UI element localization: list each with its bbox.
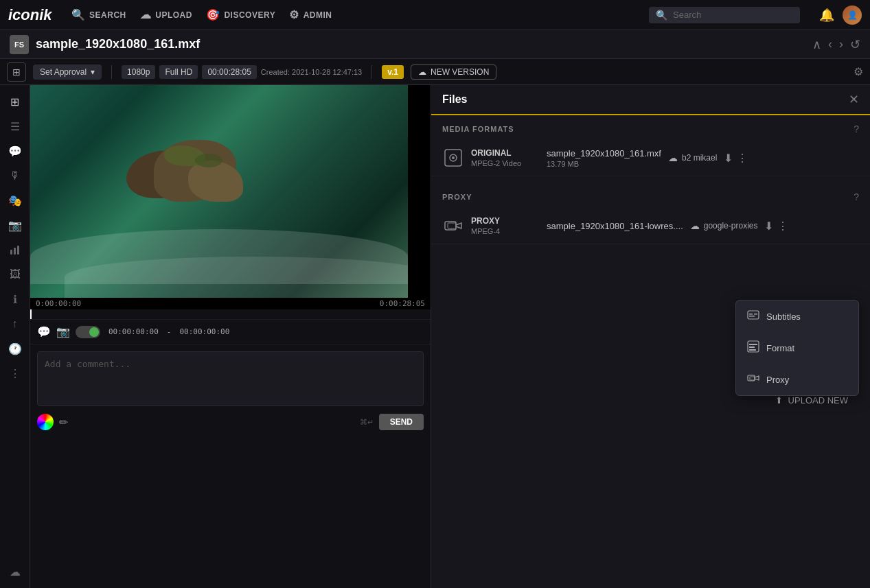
pencil-icon[interactable]: ✏ bbox=[59, 416, 68, 429]
upload-nav-icon: ☁ bbox=[140, 8, 152, 21]
file-header: FS sample_1920x1080_161.mxf ∧ ‹ › ↺ bbox=[0, 30, 870, 59]
svg-point-5 bbox=[452, 156, 455, 159]
proxy-cloud-label: google-proxies bbox=[704, 221, 758, 231]
audio-toggle[interactable] bbox=[76, 326, 100, 338]
nav-upload[interactable]: ☁ UPLOAD bbox=[140, 8, 192, 21]
sidebar-icon-camera[interactable]: 📷 bbox=[4, 214, 26, 236]
dropdown-proxy[interactable]: Proxy bbox=[736, 364, 858, 395]
color-picker[interactable] bbox=[37, 414, 54, 430]
proxy-more-options-icon[interactable]: ⋮ bbox=[777, 220, 788, 233]
version-badge: v.1 bbox=[382, 65, 404, 79]
proxy-download-icon[interactable]: ⬇ bbox=[764, 220, 773, 233]
divider2 bbox=[371, 65, 372, 79]
sidebar-icon-image[interactable]: 🖼 bbox=[4, 263, 26, 285]
dropdown-subtitles[interactable]: Subtitles bbox=[736, 301, 858, 332]
panel-close-icon[interactable]: ✕ bbox=[849, 92, 859, 107]
upload-new-label: UPLOAD NEW bbox=[788, 395, 848, 405]
notifications-icon[interactable]: 🔔 bbox=[819, 8, 834, 23]
files-panel: Files ✕ MEDIA FORMATS ? ORIGINAL MPEG-2 … bbox=[431, 85, 870, 588]
video-preview bbox=[30, 85, 408, 298]
comment-frame-icon[interactable]: 💬 bbox=[37, 325, 51, 338]
svg-rect-8 bbox=[748, 311, 759, 319]
svg-rect-10 bbox=[754, 314, 757, 315]
sidebar-icon-info[interactable]: ℹ bbox=[4, 288, 26, 310]
sidebar-icon-cloud-upload[interactable]: ☁ bbox=[4, 561, 26, 583]
proxy-file-icon bbox=[442, 215, 464, 237]
search-nav-icon: 🔍 bbox=[71, 8, 86, 21]
svg-rect-14 bbox=[749, 346, 755, 348]
chart-icon-svg bbox=[10, 244, 21, 255]
nav-discovery[interactable]: 🎯 DISCOVERY bbox=[206, 8, 275, 21]
global-search-bar[interactable]: 🔍 bbox=[649, 7, 800, 23]
dropdown-format[interactable]: Format bbox=[736, 332, 858, 364]
sidebar-icon-list[interactable]: ☰ bbox=[4, 115, 26, 137]
original-codec: MPEG-2 Video bbox=[471, 159, 540, 167]
original-type-label: ORIGINAL bbox=[471, 148, 540, 158]
more-options-icon[interactable]: ⋮ bbox=[737, 152, 748, 165]
player-controls: 💬 📷 00:00:00:00 - 00:00:00:00 bbox=[30, 319, 431, 344]
svg-rect-13 bbox=[749, 344, 757, 345]
sidebar-icon-voice[interactable]: 🎙 bbox=[4, 165, 26, 187]
download-icon[interactable]: ⬇ bbox=[724, 152, 733, 165]
prev-icon[interactable]: ‹ bbox=[828, 37, 832, 51]
sidebar-icon-chart[interactable] bbox=[4, 239, 26, 261]
view-toggle-icon[interactable]: ⊞ bbox=[7, 62, 26, 82]
proxy-row-actions: ⬇ ⋮ bbox=[764, 220, 788, 233]
sidebar-bottom: ☁ bbox=[4, 561, 26, 583]
top-actions: 🔔 👤 bbox=[819, 5, 862, 25]
settings-icon[interactable]: ⚙ bbox=[854, 65, 863, 78]
sidebar-icon-mask[interactable]: 🎭 bbox=[4, 189, 26, 211]
svg-rect-0 bbox=[10, 250, 12, 255]
send-comment-button[interactable]: SEND bbox=[379, 414, 424, 430]
toggle-knob bbox=[89, 327, 99, 337]
main-layout: ⊞ ☰ 💬 🎙 🎭 📷 🖼 ℹ ↑ 🕐 ⋮ ☁ bbox=[0, 85, 870, 588]
proxy-help-icon[interactable]: ? bbox=[854, 191, 859, 202]
video-player[interactable] bbox=[30, 85, 431, 298]
proxy-file-info: PROXY MPEG-4 bbox=[471, 216, 540, 235]
svg-rect-9 bbox=[749, 314, 753, 315]
panel-header: Files ✕ bbox=[431, 85, 870, 115]
approval-label: Set Approval bbox=[40, 67, 87, 77]
nav-search[interactable]: 🔍 SEARCH bbox=[71, 8, 126, 21]
media-formats-help-icon[interactable]: ? bbox=[854, 124, 859, 134]
svg-rect-2 bbox=[17, 246, 19, 255]
top-navigation: iconik 🔍 SEARCH ☁ UPLOAD 🎯 DISCOVERY ⚙ A… bbox=[0, 0, 870, 30]
sidebar-icon-share[interactable]: ↑ bbox=[4, 313, 26, 335]
sidebar-icon-clock[interactable]: 🕐 bbox=[4, 338, 26, 360]
timeline-scrubber[interactable] bbox=[30, 309, 431, 319]
sidebar-icon-comment[interactable]: 💬 bbox=[4, 140, 26, 162]
timeline-progress-indicator bbox=[30, 309, 32, 319]
video-file-icon-svg bbox=[444, 148, 463, 167]
proxy-filename-col: sample_1920x1080_161-lowres.... bbox=[547, 221, 683, 231]
original-cloud-label: b2 mikael bbox=[682, 153, 717, 163]
resolution-badge: 1080p bbox=[122, 65, 155, 79]
svg-rect-11 bbox=[749, 316, 755, 317]
sidebar-icon-grid[interactable]: ⊞ bbox=[4, 91, 26, 113]
proxy-icon bbox=[747, 372, 759, 387]
refresh-icon[interactable]: ↺ bbox=[850, 37, 860, 52]
timecode-start: 0:00:00:00 bbox=[36, 299, 81, 308]
comment-input[interactable] bbox=[37, 351, 424, 406]
svg-rect-15 bbox=[749, 349, 756, 351]
camera-frame-icon[interactable]: 📷 bbox=[56, 325, 70, 338]
proxy-type-label: PROXY bbox=[471, 216, 540, 226]
nav-admin[interactable]: ⚙ ADMIN bbox=[289, 8, 332, 21]
svg-rect-17 bbox=[750, 377, 755, 380]
user-avatar[interactable]: 👤 bbox=[843, 5, 862, 25]
wave-decoration-2 bbox=[65, 257, 408, 298]
app-logo: iconik bbox=[8, 6, 52, 24]
new-version-button[interactable]: ☁ NEW VERSION bbox=[411, 64, 496, 80]
proxy-section-header: PROXY ? bbox=[431, 183, 870, 208]
original-row-actions: ⬇ ⋮ bbox=[724, 152, 748, 165]
search-input[interactable] bbox=[673, 10, 783, 20]
sidebar-icon-hierarchy[interactable]: ⋮ bbox=[4, 362, 26, 384]
next-icon[interactable]: › bbox=[839, 37, 843, 51]
meta-badges: 1080p Full HD 00:00:28:05 Created: 2021-… bbox=[122, 65, 362, 79]
original-file-icon bbox=[442, 147, 464, 169]
toggle-track[interactable] bbox=[76, 326, 100, 338]
approval-dropdown[interactable]: Set Approval ▾ bbox=[33, 64, 102, 80]
collapse-up-icon[interactable]: ∧ bbox=[812, 37, 821, 52]
original-filename: sample_1920x1080_161.mxf bbox=[547, 148, 661, 158]
original-file-info: ORIGINAL MPEG-2 Video bbox=[471, 148, 540, 167]
format-label: Format bbox=[766, 343, 794, 353]
